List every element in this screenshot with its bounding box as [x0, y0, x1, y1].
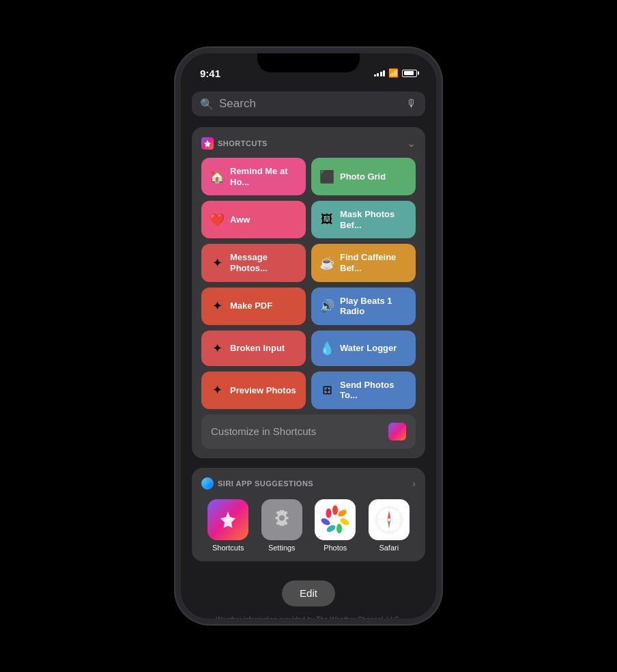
shortcut-label: Mask Photos Bef... [340, 209, 407, 230]
search-icon: 🔍 [200, 98, 214, 111]
settings-app-icon [261, 499, 302, 540]
svg-point-2 [279, 515, 285, 520]
svg-point-4 [332, 505, 338, 515]
shortcut-label: Message Photos... [230, 252, 298, 273]
phone-frame: 9:41 📶 🔍 Search 🎙 [175, 48, 442, 624]
shortcut-play-beats[interactable]: 🔊 Play Beats 1 Radio [311, 288, 416, 325]
customize-shortcuts-button[interactable]: Customize in Shortcuts [201, 415, 416, 449]
widget-header: SHORTCUTS ⌄ [201, 137, 416, 150]
home-icon: 🏠 [210, 169, 225, 184]
shortcut-label: Play Beats 1 Radio [340, 296, 407, 317]
sparkle-icon: ✦ [210, 298, 225, 313]
shortcut-broken-input[interactable]: ✦ Broken Input [201, 331, 306, 366]
shortcut-label: Water Logger [340, 343, 397, 354]
shortcut-send-photos[interactable]: ⊞ Send Photos To... [311, 372, 416, 409]
shortcut-label: Find Caffeine Bef... [340, 252, 407, 273]
edit-btn-container: Edit [192, 571, 425, 616]
shortcut-label: Make PDF [230, 300, 272, 311]
shortcuts-app-icon [388, 423, 406, 440]
droplet-icon: 💧 [319, 341, 334, 356]
app-suggestions-row: Shortcuts [201, 499, 416, 552]
table-icon: ⊞ [319, 382, 334, 397]
svg-point-11 [331, 516, 339, 524]
edit-button[interactable]: Edit [282, 580, 335, 606]
safari-app-icon [369, 499, 410, 540]
shortcut-label: Photo Grid [340, 171, 386, 182]
shortcut-label: Aww [230, 214, 250, 225]
photos-app-icon [315, 499, 356, 540]
shortcut-message-photos[interactable]: ✦ Message Photos... [201, 244, 306, 281]
shortcut-mask-photos[interactable]: 🖼 Mask Photos Bef... [311, 201, 416, 238]
svg-point-9 [320, 517, 331, 527]
siri-title: SIRI APP SUGGESTIONS [218, 479, 313, 488]
shortcut-remind-me[interactable]: 🏠 Remind Me at Ho... [201, 158, 306, 195]
edit-label: Edit [300, 587, 317, 599]
app-label-settings: Settings [268, 544, 296, 552]
photo-icon: 🖼 [319, 212, 334, 227]
status-icons: 📶 [374, 68, 418, 78]
notch [257, 53, 360, 72]
shortcut-water-logger[interactable]: 💧 Water Logger [311, 331, 416, 366]
heart-icon: ❤️ [210, 212, 225, 227]
shortcut-label: Broken Input [230, 343, 285, 354]
shortcuts-app-icon [207, 499, 248, 540]
shortcut-find-caffeine[interactable]: ☕ Find Caffeine Bef... [311, 244, 416, 281]
app-safari[interactable]: Safari [369, 499, 410, 552]
siri-expand-icon[interactable]: › [412, 478, 416, 489]
sparkle-icon: ✦ [210, 382, 225, 397]
svg-point-10 [326, 508, 332, 518]
siri-header: SIRI APP SUGGESTIONS › [201, 477, 416, 490]
main-content: 🔍 Search 🎙 SHORTCUTS ⌄ [181, 87, 436, 619]
shortcut-photo-grid[interactable]: ⬛ Photo Grid [311, 158, 416, 195]
customize-label: Customize in Shortcuts [211, 425, 316, 437]
svg-point-8 [326, 524, 336, 533]
shortcut-make-pdf[interactable]: ✦ Make PDF [201, 288, 306, 325]
widget-title-row: SHORTCUTS [201, 137, 268, 150]
app-label-safari: Safari [379, 544, 399, 552]
siri-logo [201, 477, 214, 490]
status-time: 9:41 [200, 68, 220, 79]
app-shortcuts[interactable]: Shortcuts [207, 499, 248, 552]
footer-attribution: Weather information provided by The Weat… [192, 616, 425, 619]
app-settings[interactable]: Settings [261, 499, 302, 552]
shortcut-aww[interactable]: ❤️ Aww [201, 201, 306, 238]
widget-title: SHORTCUTS [218, 139, 268, 148]
wifi-icon: 📶 [388, 68, 399, 78]
app-label-photos: Photos [324, 544, 347, 552]
shortcuts-widget: SHORTCUTS ⌄ 🏠 Remind Me at Ho... ⬛ Photo… [192, 127, 425, 458]
shortcut-label: Send Photos To... [340, 380, 407, 401]
speaker-icon: 🔊 [319, 298, 334, 313]
shortcut-preview-photos[interactable]: ✦ Preview Photos [201, 372, 306, 409]
app-photos[interactable]: Photos [315, 499, 356, 552]
search-bar[interactable]: 🔍 Search 🎙 [192, 92, 425, 116]
app-label-shortcuts: Shortcuts [212, 544, 244, 552]
shortcut-label: Remind Me at Ho... [230, 166, 298, 187]
shortcut-label: Preview Photos [230, 385, 296, 396]
sparkle-icon: ✦ [210, 341, 225, 356]
battery-icon [402, 70, 417, 77]
widget-collapse-icon[interactable]: ⌄ [407, 137, 416, 150]
svg-point-0 [204, 480, 211, 487]
siri-suggestions-widget: SIRI APP SUGGESTIONS › Shortcuts [192, 468, 425, 561]
microphone-icon[interactable]: 🎙 [406, 98, 417, 110]
siri-title-row: SIRI APP SUGGESTIONS [201, 477, 313, 490]
svg-point-7 [336, 524, 342, 533]
coffee-icon: ☕ [319, 255, 334, 270]
shortcuts-grid: 🏠 Remind Me at Ho... ⬛ Photo Grid ❤️ Aww… [201, 158, 416, 409]
signal-icon [374, 70, 386, 76]
sparkle-icon: ✦ [210, 255, 225, 270]
search-input[interactable]: Search [219, 97, 401, 111]
shortcuts-logo [201, 137, 214, 150]
grid-icon: ⬛ [319, 169, 334, 184]
